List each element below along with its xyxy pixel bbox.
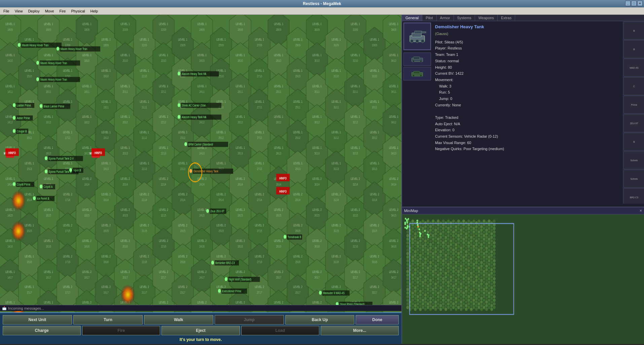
eject-button[interactable]: Eject [162, 326, 240, 335]
team-field: Team: Team 1 [435, 51, 620, 58]
unit-info-tabs: General Pilot Armor Systems Weapons Extr… [402, 15, 644, 207]
status-field: Status: normal [435, 58, 620, 64]
right-panel: General Pilot Armor Systems Weapons Extr… [401, 15, 644, 344]
turn-button[interactable]: Turn [73, 315, 143, 324]
height-field: Height: 80 [435, 64, 620, 71]
tab-pilot[interactable]: Pilot [422, 15, 436, 21]
tab-systems[interactable]: Systems [454, 15, 475, 21]
right-unit-7[interactable]: Schrek [623, 151, 644, 169]
right-unit-3[interactable]: C [623, 77, 644, 95]
menubar: File View Deploy Move Fire Physical Help [0, 7, 644, 15]
incoming-icon: 📩 [2, 306, 7, 310]
sensors-field: Current Sensors: Vehicle Radar (0-12) [435, 133, 620, 140]
svg-point-14 [420, 75, 422, 77]
menu-deploy[interactable]: Deploy [25, 8, 42, 14]
maximize-btn[interactable]: □ [631, 1, 637, 6]
right-unit-8[interactable]: Schrek [623, 170, 644, 188]
status-bar: It's your turn to move. [3, 337, 399, 343]
bv-field: Current BV: 1422 [435, 70, 620, 77]
tab-extras[interactable]: Extras [498, 15, 515, 21]
minimap-title: MiniMap [404, 209, 418, 213]
svg-point-6 [421, 39, 424, 43]
done-button[interactable]: Done [356, 315, 399, 324]
currently-field: Currently: None [435, 102, 620, 108]
svg-rect-2 [415, 31, 422, 34]
minimap-section: MiniMap × [402, 207, 644, 344]
max-visual-range-field: Max Visual Range: 60 [435, 140, 620, 146]
elevation-field: Elevation: 0 [435, 127, 620, 133]
run-field: Run: 5 [435, 89, 620, 96]
negative-quirks-field: Negative Quirks: Poor Targeting (medium) [435, 146, 620, 152]
svg-point-5 [416, 39, 419, 43]
svg-rect-12 [414, 71, 420, 74]
walk-field: Walk: 3 [435, 83, 620, 90]
side-portrait-2 [403, 67, 431, 80]
walk-button[interactable]: Walk [144, 315, 213, 324]
action-buttons-row1: Next Unit Turn Walk Jump Back Up Done [3, 315, 399, 324]
right-unit-list: BBMAD-4SCPrimeZEU-9TBSchrekSchrekBR2-C3 [623, 21, 644, 204]
right-unit-1[interactable]: B [623, 40, 644, 58]
right-unit-9[interactable]: BR2-C3 [623, 188, 644, 204]
titlebar-controls[interactable]: _ □ × [625, 1, 643, 6]
status-message: It's your turn to move. [180, 337, 222, 342]
map-area[interactable]: 📩 Incoming messages... Next Unit Turn Wa… [0, 15, 401, 344]
player-field: Player: Restless [435, 45, 620, 51]
unit-portrait-area [402, 21, 432, 204]
minimap-canvas[interactable] [402, 214, 644, 344]
menu-help[interactable]: Help [87, 8, 101, 14]
tab-weapons[interactable]: Weapons [475, 15, 498, 21]
svg-rect-3 [421, 32, 426, 33]
minimap-titlebar: MiniMap × [402, 207, 644, 214]
jump-field: Jump: 0 [435, 96, 620, 102]
unit-tabs-bar: General Pilot Armor Systems Weapons Extr… [402, 15, 644, 21]
tab-general[interactable]: General [402, 15, 422, 21]
load-button: Load [241, 326, 319, 335]
movement-header: Movement: [435, 77, 620, 83]
menu-fire[interactable]: Fire [57, 8, 69, 14]
back-up-button[interactable]: Back Up [285, 315, 355, 324]
side-portraits [403, 53, 431, 80]
tab-armor[interactable]: Armor [437, 15, 454, 21]
minimap-close-btn[interactable]: × [640, 208, 642, 213]
unit-info-panel: General Pilot Armor Systems Weapons Extr… [402, 15, 644, 207]
action-buttons-row2: Charge Fire Eject Load More... [3, 326, 399, 335]
minimize-btn[interactable]: _ [625, 1, 631, 6]
unit-subtitle: (Gauss) [435, 31, 620, 37]
svg-point-9 [413, 60, 415, 62]
pilot-field: Pilot: Sileas (4/5) [435, 39, 620, 45]
unit-portrait [403, 23, 431, 50]
svg-point-10 [420, 60, 422, 62]
menu-file[interactable]: File [1, 8, 12, 14]
more-button[interactable]: More... [321, 326, 399, 335]
incoming-text: Incoming messages... [8, 306, 44, 310]
menu-view[interactable]: View [12, 8, 26, 14]
next-unit-button[interactable]: Next Unit [3, 315, 72, 324]
right-unit-6[interactable]: B [623, 133, 644, 151]
unit-info-main: Demolisher Heavy Tank (Gauss) Pilot: Sil… [402, 21, 644, 204]
right-unit-0[interactable]: B [623, 22, 644, 40]
fire-button: Fire [82, 326, 160, 335]
svg-point-13 [413, 75, 415, 77]
main-layout: 📩 Incoming messages... Next Unit Turn Wa… [0, 15, 644, 344]
menu-move[interactable]: Move [42, 8, 57, 14]
incoming-messages-bar: 📩 Incoming messages... [0, 305, 401, 311]
right-unit-4[interactable]: Prime [623, 96, 644, 114]
hex-canvas[interactable] [0, 15, 401, 344]
action-panel: Next Unit Turn Walk Jump Back Up Done Ch… [0, 312, 401, 344]
unit-details: Demolisher Heavy Tank (Gauss) Pilot: Sil… [432, 21, 623, 204]
auto-eject-field: Auto Eject: N/A [435, 121, 620, 127]
close-btn[interactable]: × [637, 1, 643, 6]
side-portrait-1 [403, 53, 431, 66]
svg-point-4 [410, 39, 414, 43]
jump-button: Jump [215, 315, 284, 324]
charge-button[interactable]: Charge [3, 326, 81, 335]
window-title: Restless - MegaMek [303, 1, 341, 6]
titlebar: Restless - MegaMek _ □ × [0, 0, 644, 7]
right-unit-2[interactable]: MAD-4S [623, 59, 644, 77]
unit-name: Demolisher Heavy Tank [435, 23, 620, 31]
type-field: Type: Tracked [435, 114, 620, 121]
menu-physical[interactable]: Physical [69, 8, 88, 14]
svg-rect-8 [414, 57, 420, 59]
right-unit-5[interactable]: ZEU-9T [623, 114, 644, 132]
